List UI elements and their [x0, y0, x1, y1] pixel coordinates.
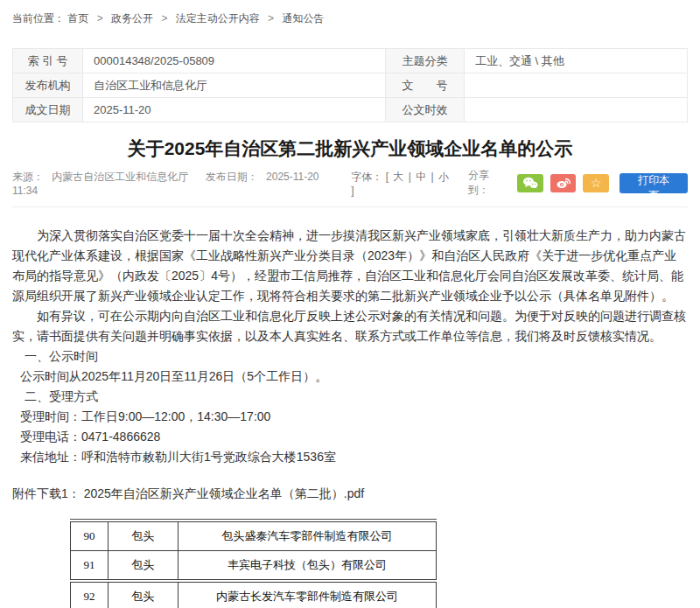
font-size-control: 字体： [ 大 | 中 | 小 ]	[351, 170, 456, 197]
pipe-separator: |	[409, 171, 411, 183]
meta-actions-block: 字体： [ 大 | 中 | 小 ] 分享到：	[351, 168, 688, 198]
publish-date-label: 发布日期：	[206, 171, 258, 183]
document-info-table: 索 引 号 000014348/2025-05809 主题分类 工业、交通 \ …	[12, 48, 688, 122]
page: 当前位置： 首页 > 政务公开 > 法定主动公开内容 > 通知公告 索 引 号 …	[0, 0, 700, 608]
share-wechat-button[interactable]	[517, 174, 543, 192]
city-cell: 包头	[108, 551, 178, 580]
breadcrumb-label: 当前位置：	[12, 12, 65, 24]
acceptance-hours-text: 受理时间：工作日9:00—12:00，14:30—17:00	[12, 407, 688, 427]
attachment-row: 附件下载1： 2025年自治区新兴产业领域企业名单（第二批）.pdf	[12, 486, 688, 502]
font-size-label: 字体：	[351, 171, 382, 183]
pdf-preview: 90 包头 包头盛泰汽车零部件制造有限公司 91 包头 丰宾电子科技（包头）有限…	[70, 519, 437, 608]
info-value-issuing-agency: 自治区工业和信息化厅	[83, 73, 386, 98]
announcement-paragraph-1: 为深入贯彻落实自治区党委十一届十次全会精神，进一步摸清我区新兴产业领域家底，引领…	[12, 226, 688, 306]
table-row: 90 包头 包头盛泰汽车零部件制造有限公司	[71, 522, 437, 551]
company-cell: 包头盛泰汽车零部件制造有限公司	[178, 522, 437, 551]
info-label-issuing-agency: 发布机构	[13, 73, 83, 98]
city-cell: 包头	[108, 522, 178, 551]
pipe-separator: |	[431, 171, 434, 183]
city-cell: 包头	[108, 583, 178, 608]
announcement-paragraph-2: 如有异议，可在公示期内向自治区工业和信息化厅反映上述公示对象的有关情况和问题。为…	[12, 306, 688, 346]
page-title: 关于2025年自治区第二批新兴产业领域企业名单的公示	[12, 136, 688, 162]
breadcrumb-item-notices[interactable]: 通知公告	[282, 12, 324, 24]
info-label-topic-category: 主题分类	[386, 49, 465, 73]
breadcrumb-item-home[interactable]: 首页	[67, 12, 88, 24]
info-row: 成文日期 2025-11-20 公文时效	[13, 98, 688, 122]
favorite-button[interactable]: ☆	[583, 174, 609, 192]
attachment-file-link[interactable]: 2025年自治区新兴产业领域企业名单（第二批）.pdf	[84, 486, 365, 500]
wechat-icon	[522, 177, 538, 189]
article-body: 为深入贯彻落实自治区党委十一届十次全会精神，进一步摸清我区新兴产业领域家底，引领…	[12, 226, 688, 467]
font-size-small[interactable]: 小	[438, 171, 449, 183]
source-value: 内蒙古自治区工业和信息化厅	[52, 171, 188, 183]
info-label-validity: 公文时效	[386, 98, 465, 122]
info-row: 索 引 号 000014348/2025-05809 主题分类 工业、交通 \ …	[13, 49, 688, 73]
company-cell: 内蒙古长发汽车零部件制造有限公司	[178, 583, 437, 608]
info-value-topic-category: 工业、交通 \ 其他	[465, 49, 688, 73]
table-row: 92 包头 内蒙古长发汽车零部件制造有限公司	[71, 583, 437, 608]
info-label-document-number: 文 号	[386, 73, 465, 98]
info-row: 发布机构 自治区工业和信息化厅 文 号	[13, 73, 688, 98]
meta-source-block: 来源： 内蒙古自治区工业和信息化厅 发布日期： 2025-11-20 11:34	[12, 170, 351, 197]
company-list-table: 90 包头 包头盛泰汽车零部件制造有限公司 91 包头 丰宾电子科技（包头）有限…	[70, 521, 437, 580]
breadcrumb-separator: >	[97, 12, 103, 24]
star-icon: ☆	[591, 177, 602, 189]
attachment-label: 附件下载1：	[12, 486, 80, 500]
row-number-cell: 91	[71, 551, 108, 580]
info-value-written-date: 2025-11-20	[83, 98, 386, 122]
info-value-document-number	[465, 73, 688, 98]
row-number-cell: 92	[71, 583, 108, 608]
info-label-index-number: 索 引 号	[13, 49, 83, 73]
table-row: 91 包头 丰宾电子科技（包头）有限公司	[71, 551, 437, 580]
row-number-cell: 90	[71, 522, 108, 551]
company-list-table: 92 包头 内蒙古长发汽车零部件制造有限公司 93 包头 内蒙古瑞锦新材料科技有…	[70, 582, 437, 608]
share-label: 分享到：	[468, 168, 510, 198]
info-value-index-number: 000014348/2025-05809	[83, 49, 386, 73]
publicity-period-text: 公示时间从2025年11月20日至11月26日（5个工作日）。	[12, 367, 688, 387]
meta-toolbar: 来源： 内蒙古自治区工业和信息化厅 发布日期： 2025-11-20 11:34…	[12, 168, 688, 207]
source-label: 来源：	[12, 171, 44, 183]
breadcrumb-item-statutory-disclosure[interactable]: 法定主动公开内容	[176, 12, 260, 24]
bracket-close: ]	[351, 185, 354, 197]
info-label-written-date: 成文日期	[13, 98, 83, 122]
breadcrumb-separator: >	[268, 12, 274, 24]
section-heading-publicity-period: 一、公示时间	[12, 346, 688, 367]
font-size-large[interactable]: 大	[393, 171, 403, 183]
print-button[interactable]: 打印本页	[620, 173, 688, 193]
font-size-medium[interactable]: 中	[416, 171, 426, 183]
breadcrumb: 当前位置： 首页 > 政务公开 > 法定主动公开内容 > 通知公告	[12, 0, 688, 26]
table-cut-edge	[70, 519, 437, 520]
section-heading-acceptance-method: 二、受理方式	[12, 387, 688, 407]
info-value-validity	[465, 98, 688, 122]
company-cell: 丰宾电子科技（包头）有限公司	[178, 551, 437, 580]
mailing-address-text: 来信地址：呼和浩特市敕勒川大街1号党政综合大楼1536室	[12, 447, 688, 467]
bracket-open: [	[386, 171, 388, 183]
weibo-icon	[556, 177, 571, 189]
share-weibo-button[interactable]	[550, 174, 577, 192]
acceptance-phone-text: 受理电话：0471-4866628	[12, 427, 688, 447]
breadcrumb-separator: >	[161, 12, 167, 24]
breadcrumb-item-gov-info[interactable]: 政务公开	[111, 12, 153, 24]
